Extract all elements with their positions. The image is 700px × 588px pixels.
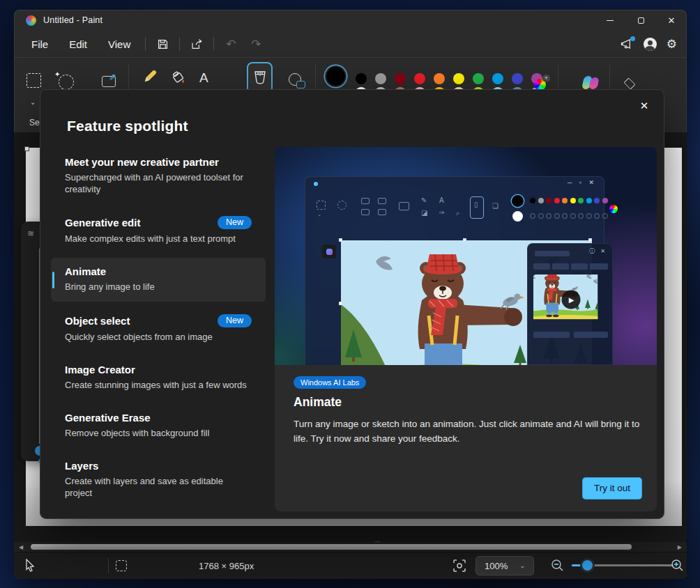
mini-palette-row-1 (530, 198, 608, 203)
feature-description: Bring any image to life (65, 281, 252, 293)
maximize-icon (638, 17, 644, 24)
feature-title: Object select (65, 315, 130, 327)
chevron-down-icon[interactable]: ⌄ (30, 98, 36, 106)
color-swatch (578, 198, 584, 203)
feature-item-image-creator[interactable]: Image CreatorCreate stunning images with… (51, 356, 266, 399)
feature-title: Layers (65, 460, 98, 472)
windows-ai-labs-badge: Windows AI Labs (294, 376, 366, 389)
canvas-size-label: 1768 × 965px (199, 561, 254, 571)
mini-icon (361, 198, 370, 204)
minimize-icon (607, 20, 614, 21)
mini-lasso-icon (337, 201, 347, 210)
skeleton-tab (571, 263, 588, 270)
color-swatch (546, 213, 551, 219)
canvas-resize-handle[interactable] (24, 146, 29, 151)
redo-button[interactable]: ↷ (243, 33, 268, 54)
mini-video-thumbnail: ▶ (533, 274, 608, 325)
settings-button[interactable]: ⚙ (667, 37, 677, 51)
color-swatch[interactable] (453, 73, 464, 84)
close-button[interactable]: ✕ (656, 10, 687, 31)
mini-shapes-icon: ❏ (492, 202, 499, 210)
mini-text-icon: A (439, 196, 444, 204)
horizontal-scrollbar[interactable]: ◀ ▶ (14, 542, 687, 552)
feature-description: Quickly select objects from an image (65, 331, 252, 343)
skeleton-tab (533, 263, 550, 270)
color-swatch[interactable] (512, 73, 523, 84)
feature-item-meet-your-new-creative-partner[interactable]: Meet your new creative partnerSupercharg… (51, 148, 266, 203)
skeleton-bar (535, 251, 570, 256)
mini-eraser-icon: ◪ (421, 209, 427, 217)
menu-view[interactable]: View (98, 34, 141, 54)
fit-to-screen-icon[interactable] (453, 559, 466, 572)
menubar: File Edit View ↶ ↷ ⚙ (14, 31, 687, 57)
zoom-out-button[interactable] (551, 559, 564, 572)
color-swatch[interactable] (395, 73, 406, 84)
mini-palette-row-2 (530, 213, 608, 219)
undo-button[interactable]: ↶ (218, 33, 243, 54)
feature-item-generative-erase[interactable]: Generative EraseRemove objects with back… (51, 404, 266, 447)
close-icon: ✕ (640, 100, 649, 112)
mini-secondary-color (512, 211, 523, 222)
skeleton-tab (552, 263, 569, 270)
share-button[interactable] (184, 33, 209, 54)
current-color-swatch[interactable] (326, 67, 345, 86)
divider (179, 37, 180, 51)
object-select-tool[interactable] (59, 75, 74, 90)
color-swatch[interactable] (492, 73, 503, 84)
minimize-button[interactable] (595, 10, 625, 31)
color-swatch (554, 213, 560, 219)
feature-item-animate[interactable]: AnimateBring any image to life (51, 258, 266, 301)
skeleton-bar (533, 332, 570, 338)
zoom-slider-thumb[interactable] (582, 560, 593, 571)
feature-item-object-select[interactable]: Object selectNewQuickly select objects f… (51, 307, 266, 351)
new-badge: New (218, 216, 252, 229)
color-swatch[interactable] (473, 73, 484, 84)
pencil-tool[interactable] (142, 69, 158, 84)
mini-chevron: ⌄ (317, 212, 321, 217)
color-swatch (546, 198, 551, 203)
mini-logo-icon (314, 182, 318, 186)
notification-dot (630, 36, 635, 41)
color-swatch[interactable] (356, 73, 367, 84)
zoom-level: 100% (485, 561, 508, 571)
try-it-out-button[interactable]: Try it out (582, 477, 642, 500)
color-swatch (586, 198, 592, 203)
feature-title: Meet your new creative partner (65, 156, 219, 168)
color-swatch[interactable] (434, 73, 445, 84)
text-tool[interactable]: A (199, 70, 208, 86)
feature-list: Meet your new creative partnerSupercharg… (51, 148, 266, 512)
mini-icon (378, 209, 386, 215)
menu-edit[interactable]: Edit (59, 34, 98, 54)
mini-selection-handle (339, 238, 342, 242)
feature-description: Supercharged with an AI powered toolset … (65, 171, 252, 195)
selection-tool[interactable] (26, 73, 41, 88)
resize-arrow-icon: ⇗ (109, 72, 116, 82)
scroll-left-arrow[interactable]: ◀ (19, 544, 23, 550)
feature-item-generative-edit[interactable]: Generative editNewMake complex edits wit… (51, 208, 266, 253)
scroll-right-arrow[interactable]: ▶ (678, 544, 682, 550)
mini-selection-handle (463, 238, 466, 242)
maximize-button[interactable] (625, 10, 656, 31)
zoom-in-button[interactable] (671, 559, 684, 572)
selection-size-icon (116, 560, 127, 571)
feature-item-layers[interactable]: LayersCreate with layers and save as edi… (51, 452, 266, 507)
copilot-button[interactable] (583, 76, 601, 89)
color-swatch[interactable] (414, 73, 425, 84)
color-swatch (602, 198, 608, 203)
fill-tool[interactable] (170, 69, 187, 86)
color-swatch[interactable] (375, 73, 386, 84)
color-swatch (586, 213, 592, 219)
dialog-close-button[interactable]: ✕ (633, 95, 655, 116)
layers-button[interactable] (623, 77, 635, 89)
save-button[interactable] (150, 33, 175, 54)
account-button[interactable] (644, 38, 657, 51)
zoom-dropdown[interactable]: 100% ⌄ (475, 556, 534, 575)
menu-file[interactable]: File (21, 34, 59, 54)
color-swatch (570, 213, 576, 219)
titlebar: Untitled - Paint ✕ (14, 10, 687, 31)
mini-icon (361, 209, 370, 215)
feedback-button[interactable] (621, 38, 634, 50)
cursor-icon (25, 559, 35, 572)
sparkle-icon: ✦ (54, 70, 60, 78)
scrollbar-thumb[interactable] (31, 544, 632, 550)
